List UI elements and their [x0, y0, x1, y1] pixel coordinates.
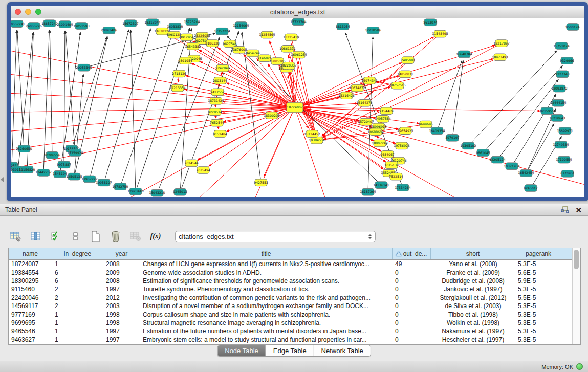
graph-node[interactable]: 12218506 [365, 27, 381, 34]
graph-node[interactable]: 16164272 [356, 99, 373, 106]
graph-edge[interactable] [368, 37, 373, 192]
graph-node[interactable]: 18220357 [280, 62, 297, 70]
graph-node[interactable]: 9242848 [215, 64, 230, 72]
graph-node[interactable]: 8813054 [336, 23, 350, 30]
table-row[interactable]: 977716911998Corpus callosum shape and si… [9, 310, 572, 318]
graph-node[interactable]: 20053346 [76, 64, 92, 71]
tab-node-table[interactable]: Node Table [217, 345, 266, 356]
column-header-in-degree[interactable]: in_degree [52, 248, 103, 259]
graph-edge[interactable] [526, 123, 554, 173]
graph-node[interactable]: 9861045 [476, 149, 490, 157]
graph-node[interactable]: 9245013 [173, 188, 187, 195]
table-scrollbar[interactable] [572, 248, 580, 344]
graph-node[interactable]: 16543382 [185, 43, 201, 50]
graph-node[interactable]: 2803144 [213, 77, 227, 84]
graph-edge[interactable] [288, 49, 315, 134]
graph-node[interactable]: 18724007 [287, 102, 303, 112]
graph-node[interactable]: 7522514 [389, 173, 403, 180]
graph-node[interactable]: 12749334 [553, 141, 569, 148]
panel-collapse-arrow-icon[interactable] [1, 177, 4, 182]
column-chooser-icon[interactable] [29, 230, 42, 243]
tab-network-table[interactable]: Network Table [314, 345, 371, 356]
graph-node[interactable]: 8186328 [205, 40, 220, 47]
graph-node[interactable]: 16842454 [518, 170, 534, 177]
graph-node[interactable]: 17357224 [214, 28, 230, 35]
graph-edge-ray[interactable] [11, 73, 295, 107]
graph-edge[interactable] [50, 30, 52, 155]
table-select-dropdown[interactable]: citations_edges.txt [175, 231, 376, 242]
graph-edge[interactable] [512, 94, 556, 166]
graph-node[interactable]: 18807249 [372, 140, 388, 147]
graph-node[interactable]: 12154064 [233, 22, 249, 29]
graph-node[interactable]: 11156829 [19, 166, 35, 173]
graph-node[interactable]: 15672307 [122, 20, 139, 27]
graph-node[interactable]: 20206556 [44, 152, 60, 159]
graph-node[interactable]: 8613074 [423, 19, 438, 26]
delete-icon[interactable] [109, 230, 122, 243]
graph-edge[interactable] [227, 36, 381, 185]
graph-edge[interactable] [66, 31, 75, 152]
graph-node[interactable]: 9227343 [555, 71, 570, 78]
graph-node[interactable]: 10371954 [504, 163, 520, 170]
graph-node[interactable]: 25260650 [16, 145, 32, 152]
graph-node[interactable]: 19384554 [309, 137, 325, 144]
table-settings-icon[interactable] [9, 230, 23, 243]
graph-node[interactable]: 20891406 [101, 27, 117, 34]
graph-node[interactable]: 23676008 [231, 46, 247, 53]
graph-node[interactable]: 11254564 [259, 31, 275, 38]
graph-node[interactable]: 9154469 [379, 107, 394, 115]
graph-node[interactable]: 19958107 [96, 179, 112, 186]
graph-node[interactable]: 15043210 [149, 189, 165, 196]
graph-edge[interactable] [226, 83, 295, 107]
graph-node[interactable]: 14957584 [375, 116, 391, 123]
column-header-year[interactable]: year [103, 248, 140, 259]
graph-node[interactable]: 1615132 [384, 162, 399, 169]
graph-node[interactable]: 18731424 [208, 98, 224, 105]
graph-node[interactable]: 18313044 [144, 19, 161, 26]
graph-node[interactable]: 14136141 [373, 182, 389, 189]
graph-edge[interactable] [295, 61, 298, 107]
graph-edge[interactable] [17, 30, 24, 148]
new-file-icon[interactable] [89, 230, 102, 243]
graph-edge[interactable] [104, 29, 150, 183]
graph-node[interactable]: 7624544 [184, 160, 199, 167]
graph-node[interactable]: 12444154 [550, 99, 567, 106]
table-row[interactable]: 1830029562008Estimation of significance … [9, 277, 572, 285]
graph-node[interactable]: 12217897 [493, 40, 510, 47]
memory-ok-icon[interactable] [576, 363, 583, 370]
graph-node[interactable]: 15723204 [184, 18, 200, 26]
graph-node[interactable]: 17334264 [395, 184, 411, 191]
graph-node[interactable]: 17100554 [556, 156, 572, 163]
table-row[interactable]: 2242004622012Investigating the contribut… [9, 294, 572, 302]
graph-node[interactable]: 18757515 [389, 82, 406, 89]
graph-node[interactable]: 9152484 [213, 130, 227, 138]
graph-node[interactable]: 19756928 [394, 142, 410, 149]
table-row[interactable]: 946554611997Estimation of the future num… [9, 327, 572, 335]
graph-node[interactable]: 7485083 [401, 57, 415, 64]
graph-node[interactable]: 9245012 [524, 185, 538, 192]
graph-node[interactable]: 13325419 [283, 34, 299, 41]
graph-node[interactable]: 9684067 [380, 151, 395, 158]
close-icon[interactable]: ✕ [575, 206, 582, 214]
graph-node[interactable]: 16187264 [360, 188, 376, 195]
graph-edge[interactable] [12, 30, 17, 165]
graph-node[interactable]: 8960128 [167, 31, 181, 38]
table-row[interactable]: 946362711997Embryonic stem cells: a mode… [9, 336, 572, 344]
graph-node[interactable]: 9427553 [254, 179, 268, 186]
graph-node[interactable]: 18973493 [492, 54, 508, 61]
table-row[interactable]: 1872400712008Changes of HCN gene express… [9, 260, 572, 268]
graph-edge[interactable] [468, 51, 557, 146]
graph-node[interactable]: 19861371 [279, 45, 296, 52]
delete-table-icon[interactable] [129, 230, 142, 243]
graph-node[interactable]: 15720407 [358, 118, 374, 125]
graph-node[interactable]: 8454749 [246, 50, 260, 57]
select-columns-icon[interactable] [49, 230, 62, 243]
graph-edge[interactable] [497, 79, 558, 160]
graph-node[interactable]: 8979197 [445, 135, 460, 142]
graph-node[interactable]: 9500124 [565, 24, 580, 31]
graph-node[interactable]: 18300295 [264, 112, 280, 119]
graph-node[interactable]: 8912954 [180, 34, 194, 41]
graph-node[interactable]: 15751074 [553, 42, 570, 50]
row-height-icon[interactable] [69, 230, 82, 243]
network-graph[interactable]: 1872400718300295193845542055724124055726… [11, 18, 584, 197]
